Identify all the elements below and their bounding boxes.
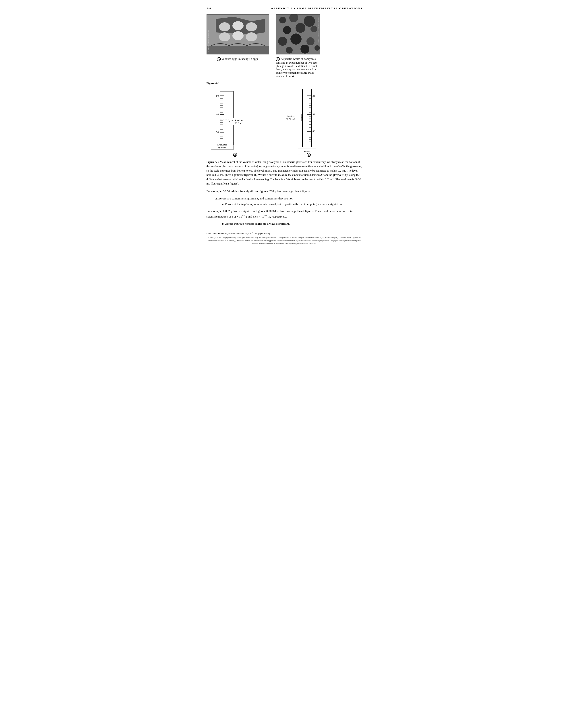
- numbered-list: 2. Zeroes are sometimes significant, and…: [215, 196, 363, 207]
- svg-text:40: 40: [216, 113, 219, 116]
- graduated-cylinder-diagram: 50 40 30: [207, 87, 265, 157]
- svg-point-16: [283, 26, 291, 34]
- svg-point-5: [246, 22, 257, 31]
- honeybee-image-content: © Karen Moskowitz / Stone/Getty Images: [276, 15, 320, 54]
- svg-point-21: [306, 37, 315, 45]
- cylinder-svg: 50 40 30: [207, 87, 265, 151]
- caption-a-text: A dozen eggs is exactly 12 eggs.: [222, 57, 259, 60]
- figure-a1-label: Figure A-1: [207, 81, 363, 85]
- svg-point-24: [315, 45, 320, 51]
- svg-point-23: [300, 45, 309, 54]
- lettered-sublist: a. Zeroes at the beginning of a number (…: [222, 202, 363, 207]
- svg-text:30: 30: [216, 131, 219, 134]
- svg-point-7: [232, 31, 244, 40]
- svg-point-4: [232, 21, 244, 30]
- svg-point-20: [290, 33, 302, 45]
- svg-point-3: [219, 22, 230, 31]
- figure-a2-text: Measurement of the volume of water using…: [207, 160, 362, 185]
- footer-note: Unless otherwise noted, all content on t…: [207, 232, 363, 235]
- svg-text:© Karen Moskowitz / Stone/Gett: © Karen Moskowitz / Stone/Getty Images: [318, 17, 320, 43]
- sub-b-text: Zeroes between nonzero digits are always…: [225, 222, 290, 225]
- svg-text:50: 50: [216, 94, 219, 97]
- egg-image: © Cengage Learning/Charles Steele: [207, 14, 269, 54]
- svg-text:Read as: Read as: [287, 115, 294, 118]
- svg-rect-9: [207, 46, 269, 54]
- egg-image-content: © Cengage Learning/Charles Steele: [207, 15, 269, 54]
- page-title: APPENDIX A • SOME MATHEMATICAL OPERATION…: [271, 7, 363, 10]
- image-block-left: © Cengage Learning/Charles Steele: [207, 14, 269, 54]
- buret-diagram: 38 39: [278, 87, 340, 157]
- svg-point-18: [310, 26, 317, 32]
- superscript-1: −2: [242, 214, 245, 217]
- top-images-section: © Cengage Learning/Charles Steele: [207, 14, 363, 54]
- list-number-2: 2.: [215, 197, 218, 200]
- svg-text:39: 39: [312, 113, 315, 116]
- honeybee-image-svg: © Karen Moskowitz / Stone/Getty Images: [276, 15, 320, 54]
- footer-copyright: Copyright 2013 Cengage Learning. All Rig…: [207, 236, 363, 245]
- svg-text:Graduated: Graduated: [217, 143, 227, 146]
- svg-point-19: [278, 37, 287, 46]
- circle-label-b-top: B: [276, 57, 280, 61]
- image-block-right: © Karen Moskowitz / Stone/Getty Images: [276, 14, 320, 54]
- figure-a2-label: Figure A-2: [207, 160, 219, 164]
- caption-left: A A dozen eggs is exactly 12 eggs.: [207, 57, 269, 78]
- body-text-1: For example, 38.56 mL has four significa…: [207, 189, 363, 194]
- svg-point-6: [219, 32, 230, 41]
- svg-text:Buret: Buret: [304, 150, 309, 153]
- svg-text:38: 38: [312, 94, 315, 97]
- cylinder-circle-label: A: [207, 153, 265, 157]
- caption-right: B A specific swarm of honeybees contains…: [276, 57, 320, 78]
- page-footer: Unless otherwise noted, all content on t…: [207, 231, 363, 245]
- page-number: A-6: [207, 7, 211, 10]
- svg-text:40: 40: [312, 130, 315, 133]
- svg-text:38.6 mL: 38.6 mL: [235, 122, 243, 124]
- svg-rect-61: [302, 89, 311, 147]
- sub-b-container: b. Zeroes between nonzero digits are alw…: [222, 222, 363, 226]
- svg-text:© Cengage Learning/Charles Ste: © Cengage Learning/Charles Steele: [208, 30, 209, 52]
- svg-point-8: [246, 32, 257, 41]
- sub-b-label: b.: [222, 222, 225, 225]
- caption-row: A A dozen eggs is exactly 12 eggs. B A s…: [207, 57, 363, 78]
- list-item-2-text: Zeroes are sometimes significant, and so…: [218, 197, 293, 200]
- svg-point-22: [286, 47, 293, 54]
- svg-text:Read as: Read as: [235, 119, 243, 122]
- body-text-2: For example, 0.052 g has two significant…: [207, 209, 363, 219]
- figure-a2-caption: Figure A-2 Measurement of the volume of …: [207, 160, 363, 186]
- buret-circle-label: B: [278, 153, 340, 157]
- diagram-section: 50 40 30: [207, 87, 363, 157]
- buret-svg: 38 39: [278, 87, 340, 151]
- sub-a-text: Zeroes at the beginning of a number (use…: [225, 202, 343, 206]
- sub-a-label: a.: [222, 202, 224, 206]
- circle-a-diagram: A: [233, 153, 237, 157]
- superscript-2: −3: [264, 214, 267, 217]
- svg-point-17: [296, 23, 305, 33]
- honeybee-image: © Karen Moskowitz / Stone/Getty Images: [276, 14, 320, 54]
- svg-point-13: [279, 17, 286, 23]
- circle-b-diagram: B: [307, 153, 311, 157]
- svg-text:cylinder: cylinder: [218, 146, 226, 149]
- circle-label-a: A: [217, 57, 221, 61]
- list-item-2: 2. Zeroes are sometimes significant, and…: [215, 196, 363, 201]
- body-text-1-content: For example, 38.56 mL has four significa…: [207, 189, 311, 193]
- lettered-item-a: a. Zeroes at the beginning of a number (…: [222, 202, 363, 207]
- page-header: A-6 APPENDIX A • SOME MATHEMATICAL OPERA…: [207, 7, 363, 10]
- svg-point-15: [304, 16, 315, 27]
- caption-b-text: A specific swarm of honeybees contains a…: [276, 57, 318, 78]
- svg-text:38.56 mL: 38.56 mL: [286, 118, 295, 120]
- egg-image-svg: © Cengage Learning/Charles Steele: [207, 15, 269, 54]
- lettered-item-b: b. Zeroes between nonzero digits are alw…: [222, 222, 363, 226]
